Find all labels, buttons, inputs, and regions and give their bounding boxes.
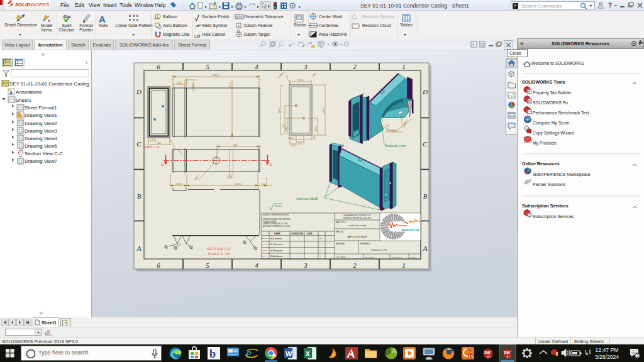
svg-text:144.0: 144.0 bbox=[298, 79, 304, 82]
svg-text:SHEET 1 OF 1: SHEET 1 OF 1 bbox=[392, 256, 402, 258]
svg-text:C: C bbox=[161, 162, 164, 167]
svg-text:1: 1 bbox=[402, 63, 406, 70]
svg-text:3021.0: 3021.0 bbox=[235, 183, 242, 185]
svg-text:SCALE 1:20: SCALE 1:20 bbox=[365, 256, 374, 258]
svg-text:1: 1 bbox=[402, 261, 406, 269]
svg-text:260.0: 260.0 bbox=[315, 126, 318, 132]
svg-text:M.Arbabpour: M.Arbabpour bbox=[270, 255, 283, 258]
svg-text:LØ: LØ bbox=[194, 34, 201, 38]
svg-text:6: 6 bbox=[157, 63, 160, 70]
svg-text:D: D bbox=[136, 88, 142, 96]
svg-text:SCALE 1 : 15: SCALE 1 : 15 bbox=[208, 252, 230, 256]
svg-text:317: 317 bbox=[282, 124, 285, 128]
svg-text:PART NO.: PART NO. bbox=[336, 231, 344, 233]
svg-text:5: 5 bbox=[206, 261, 209, 269]
svg-text:242: 242 bbox=[285, 127, 287, 131]
svg-text:T.P: T.P bbox=[319, 250, 322, 251]
svg-text:B: B bbox=[423, 192, 428, 200]
svg-text:24.0: 24.0 bbox=[192, 84, 195, 88]
svg-text:SECTION C-C: SECTION C-C bbox=[207, 247, 231, 251]
svg-text:199.0: 199.0 bbox=[278, 108, 280, 114]
svg-text:3: 3 bbox=[303, 63, 308, 70]
svg-text:1: 1 bbox=[157, 14, 158, 18]
svg-text:SAFATCO: SAFATCO bbox=[401, 228, 419, 232]
svg-text:DATE: DATE bbox=[307, 233, 313, 235]
svg-text:NAME: NAME bbox=[274, 233, 281, 235]
svg-text:APPV D: APPV D bbox=[262, 250, 267, 251]
svg-text:C: C bbox=[423, 140, 428, 148]
svg-text:Angle iron 35x35: Angle iron 35x35 bbox=[296, 197, 318, 200]
svg-text:F.O: F.O bbox=[319, 244, 322, 245]
svg-text:SIGNATURE: SIGNATURE bbox=[291, 233, 304, 235]
svg-text:≈ te-t: 20 kg: ≈ te-t: 20 kg bbox=[336, 256, 345, 258]
svg-text:5: 5 bbox=[206, 63, 209, 70]
svg-text:SURFACE FINISH:: SURFACE FINISH: bbox=[263, 221, 277, 223]
svg-text:UNLESS OTHERWISE SPECIFIED:: UNLESS OTHERWISE SPECIFIED: bbox=[263, 214, 289, 216]
svg-text:D: D bbox=[422, 88, 428, 96]
svg-text:35.6: 35.6 bbox=[177, 82, 182, 84]
svg-text:259.0: 259.0 bbox=[229, 83, 231, 89]
svg-text:4: 4 bbox=[255, 261, 258, 269]
svg-text:410: 410 bbox=[233, 144, 237, 146]
svg-text:SEY 0-1-0 1-10-0 1: SEY 0-1-0 1-10-0 1 bbox=[348, 236, 367, 238]
svg-text:H.R.Kamran: H.R.Kamran bbox=[270, 238, 282, 240]
svg-text:DIN-EN-ISO-ME A.PE M.contract: DIN-EN-ISO-ME A.PE M.contract KVS bbox=[343, 217, 372, 219]
svg-text:75: 75 bbox=[313, 136, 315, 139]
svg-text:A3-SEY-1: A3-SEY-1 bbox=[410, 256, 417, 258]
svg-text:6: 6 bbox=[157, 261, 160, 269]
svg-text:C: C bbox=[270, 162, 273, 167]
svg-text:CHECKED: CHECKED bbox=[262, 244, 269, 245]
svg-text:MATERIAL:: MATERIAL: bbox=[336, 243, 346, 245]
svg-text:DIMENSIONS ARE IN MILLIMETERS: DIMENSIONS ARE IN MILLIMETERS bbox=[263, 218, 291, 221]
svg-text:A.P: A.P bbox=[319, 256, 322, 257]
svg-text:REMARKS:: REMARKS: bbox=[360, 243, 370, 245]
svg-text:1021.0: 1021.0 bbox=[213, 74, 219, 77]
svg-text:Thickness: 2 mm: Thickness: 2 mm bbox=[371, 249, 387, 251]
svg-text:174.0: 174.0 bbox=[230, 174, 233, 180]
svg-text:2: 2 bbox=[353, 63, 357, 70]
svg-text:B: B bbox=[137, 192, 142, 200]
svg-text:SCALE 1 : 16: SCALE 1 : 16 bbox=[143, 145, 160, 148]
svg-text:21.0: 21.0 bbox=[262, 183, 266, 185]
svg-text:Thickness: 2 mm: Thickness: 2 mm bbox=[384, 145, 406, 148]
svg-text:M. Montazeri: M. Montazeri bbox=[270, 243, 283, 246]
svg-text:condensor casing: condensor casing bbox=[348, 224, 366, 227]
svg-text:DESIGN AND BUILT OF A PPLICC I: DESIGN AND BUILT OF A PPLICC IE bbox=[343, 214, 371, 217]
svg-text:Ra 4.3: Ra 4.3 bbox=[275, 205, 282, 207]
svg-text:A: A bbox=[238, 24, 240, 28]
svg-text:74: 74 bbox=[151, 138, 153, 141]
svg-text:LINEAR TOLERANCES: ±0.1 MM: LINEAR TOLERANCES: ±0.1 MM bbox=[263, 222, 287, 225]
svg-text:C: C bbox=[136, 140, 142, 148]
svg-text:A: A bbox=[423, 244, 428, 252]
svg-text:4: 4 bbox=[255, 63, 258, 70]
svg-text:3: 3 bbox=[303, 261, 308, 269]
svg-text:1171.0: 1171.0 bbox=[175, 183, 182, 185]
svg-text:2: 2 bbox=[353, 261, 357, 269]
svg-text:Abc: Abc bbox=[63, 14, 71, 19]
svg-text:M.Khorasani: M.Khorasani bbox=[270, 250, 282, 252]
svg-text:12.6: 12.6 bbox=[298, 143, 303, 145]
svg-text:120.0: 120.0 bbox=[291, 145, 296, 147]
svg-text:78 UB BA2.2: 78 UB BA2.2 bbox=[386, 129, 398, 132]
svg-text:MFG: MFG bbox=[262, 256, 265, 257]
svg-text:A: A bbox=[9, 90, 13, 95]
svg-text:?: ? bbox=[608, 2, 612, 9]
svg-text:ANGULAR TOLERANCES: ±0.5 DEG: ANGULAR TOLERANCES: ±0.5 DEG bbox=[263, 225, 291, 228]
svg-text:300: 300 bbox=[157, 142, 161, 145]
svg-text:A: A bbox=[136, 244, 142, 252]
svg-text:317: 317 bbox=[227, 175, 230, 178]
svg-text:A: A bbox=[99, 14, 106, 25]
svg-text:722.6: 722.6 bbox=[288, 137, 294, 140]
svg-text:PART TITLE:: PART TITLE: bbox=[336, 221, 346, 224]
svg-text:DRAWN: DRAWN bbox=[262, 238, 268, 239]
svg-text:279.6: 279.6 bbox=[323, 108, 325, 114]
